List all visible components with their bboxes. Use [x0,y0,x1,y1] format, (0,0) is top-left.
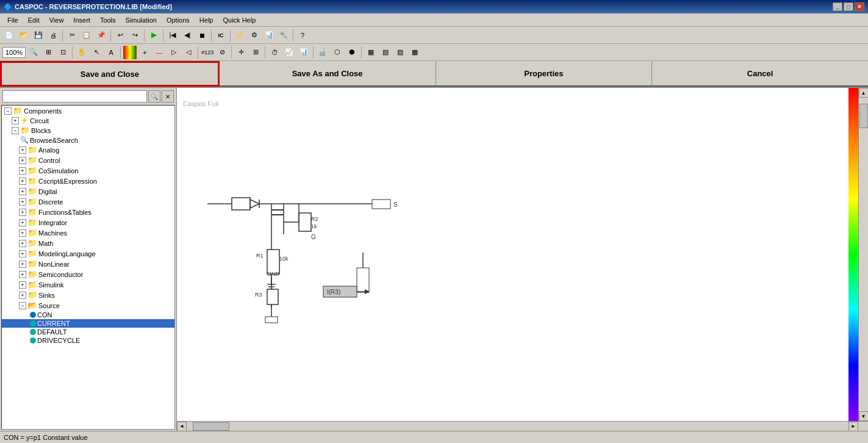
tree-default[interactable]: DEFAULT [2,328,174,336]
tree-nonlinear[interactable]: + 📁 NonLinear [2,259,174,269]
scroll-right-btn[interactable]: ► [848,422,858,431]
tree-functions[interactable]: + 📁 Functions&Tables [2,207,174,217]
ic-button[interactable]: IC [214,29,228,42]
tree-discrete[interactable]: + 📁 Discrete [2,196,174,207]
minimize-button[interactable]: _ [833,2,842,11]
tb-action3[interactable]: 📊 [262,29,276,42]
tb2-a[interactable]: ⊡ [56,46,70,59]
paste-button[interactable]: 📌 [95,29,108,42]
arrow-btn[interactable]: ↖ [90,46,103,59]
expand-blocks[interactable]: − [12,127,19,134]
menu-simulation[interactable]: Simulation [121,15,162,25]
tb2-j[interactable]: ⬢ [345,46,359,59]
menu-tools[interactable]: Tools [95,15,121,25]
expand-simulink[interactable]: + [19,281,26,289]
tb-action4[interactable]: 🔧 [277,29,290,42]
tree-cscript[interactable]: + 📁 Cscript&Expression [2,176,174,186]
cut-button[interactable]: ✂ [65,29,79,42]
tb2-i[interactable]: ⬡ [331,46,344,59]
hand-btn[interactable]: ✋ [75,46,88,59]
tree-machines[interactable]: + 📁 Machines [2,228,174,238]
tb2-f[interactable]: ◁ [182,46,195,59]
component-tree[interactable]: − 📁 Components + ⚡ Circuit − 📁 Blocks [1,105,175,430]
clear-search-btn[interactable]: ✕ [162,90,174,103]
save-as-close-button[interactable]: Save As and Close [220,61,436,87]
tree-browse[interactable]: 🔍 Browse&Search [2,135,174,145]
scroll-left-btn[interactable]: ◄ [177,422,187,431]
stop-button[interactable]: ⏹ [195,29,209,42]
search-input[interactable] [2,90,147,103]
tb2-d[interactable]: — [152,46,166,59]
tb2-color[interactable] [123,46,137,59]
tree-root-components[interactable]: − 📁 Components [2,106,174,116]
tree-integrator[interactable]: + 📁 Integrator [2,217,174,228]
tree-source[interactable]: − 📂 Source [2,300,174,311]
tb2-m[interactable]: ▨ [393,46,407,59]
scroll-thumb[interactable] [859,104,868,128]
tree-math[interactable]: + 📁 Math [2,238,174,248]
tree-drivecycle[interactable]: DRIVECYCLE [2,336,174,345]
menu-options[interactable]: Options [162,15,195,25]
expand-discrete[interactable]: + [19,198,26,206]
tree-semiconductor[interactable]: + 📁 Semiconductor [2,269,174,279]
schematic-canvas[interactable]: Caspos Full [177,88,858,421]
cancel-button[interactable]: Cancel [652,61,868,87]
copy-button[interactable]: 📋 [80,29,93,42]
close-button[interactable]: ✕ [855,2,864,11]
scroll-track[interactable] [859,98,869,411]
tree-control[interactable]: + 📁 Control [2,155,174,165]
expand-digital[interactable]: + [19,188,26,195]
tree-blocks[interactable]: − 📁 Blocks [2,125,174,135]
tb2-grid[interactable]: ⊞ [249,46,262,59]
hscroll-thumb[interactable] [193,422,229,431]
hscroll-track[interactable] [187,422,848,431]
tree-con[interactable]: CON [2,311,174,319]
new-button[interactable]: 📄 [2,29,16,42]
fit-btn[interactable]: ⊞ [41,46,55,59]
expand-circuit[interactable]: + [12,117,19,124]
tree-modeling[interactable]: + 📁 ModelingLanguage [2,248,174,259]
expand-semiconductor[interactable]: + [19,271,26,278]
scroll-up-btn[interactable]: ▲ [859,88,869,98]
undo-button[interactable]: ↩ [113,29,127,42]
expand-cscript[interactable]: + [19,178,26,185]
tree-circuit[interactable]: + ⚡ Circuit [2,116,174,125]
expand-analog[interactable]: + [19,146,26,154]
save-button[interactable]: 💾 [32,29,45,42]
expand-source[interactable]: − [19,302,26,309]
tb2-g[interactable]: ⊘ [215,46,229,59]
menu-edit[interactable]: Edit [23,15,45,25]
tb2-e[interactable]: ▷ [167,46,181,59]
tb2-n[interactable]: ▩ [408,46,421,59]
menu-file[interactable]: File [2,15,23,25]
tb2-probe[interactable]: 🔬 [316,46,329,59]
tree-analog[interactable]: + 📁 Analog [2,145,174,155]
scroll-down-btn[interactable]: ▼ [859,411,869,421]
search-icon-btn[interactable]: 🔍 [148,90,160,103]
print-button[interactable]: 🖨 [46,29,60,42]
tree-current[interactable]: CURRENT [2,319,174,328]
expand-sinks[interactable]: + [19,292,26,299]
num-btn[interactable]: #123 [201,46,214,59]
menu-view[interactable]: View [45,15,69,25]
zoom-label[interactable]: 100% [2,47,26,58]
tb2-bar[interactable]: 📊 [297,46,310,59]
tree-sinks[interactable]: + 📁 Sinks [2,290,174,300]
tb2-l[interactable]: ▧ [379,46,392,59]
expand-nonlinear[interactable]: + [19,261,26,268]
tb-action2[interactable]: ⚙ [248,29,261,42]
save-close-button[interactable]: Save and Close [0,61,220,87]
redo-button[interactable]: ↪ [128,29,142,42]
maximize-button[interactable]: □ [844,2,853,11]
expand-cosimulation[interactable]: + [19,167,26,175]
tb2-c[interactable]: + [138,46,151,59]
menu-quickhelp[interactable]: Quick Help [218,15,260,25]
menu-insert[interactable]: Insert [68,15,95,25]
tb2-k[interactable]: ▦ [364,46,378,59]
tb2-clock[interactable]: ⏱ [268,46,281,59]
tree-digital[interactable]: + 📁 Digital [2,186,174,196]
expand-control[interactable]: + [19,157,26,164]
expand-machines[interactable]: + [19,229,26,237]
tb2-b[interactable]: A [104,46,118,59]
expand-functions[interactable]: + [19,209,26,216]
